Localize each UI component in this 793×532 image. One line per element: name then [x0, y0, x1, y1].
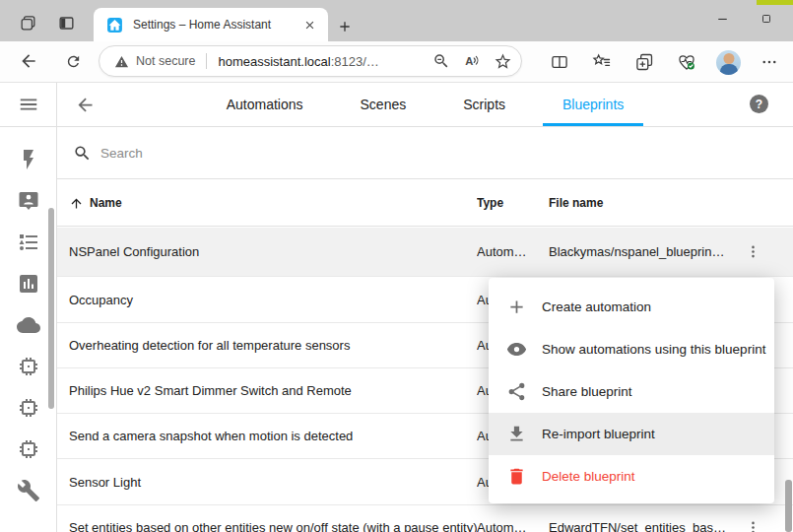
help-button[interactable]: ? [750, 95, 768, 113]
favorites-icon[interactable] [588, 48, 616, 76]
menu-item-delete-blueprint[interactable]: Delete blueprint [489, 455, 774, 498]
browser-window: Settings – Home Assistant Not secure hom… [0, 0, 793, 532]
menu-item-re-import-blueprint[interactable]: Re-import blueprint [489, 413, 774, 455]
row-overflow-menu-icon[interactable] [745, 519, 761, 532]
tab-scripts[interactable]: Scripts [443, 83, 525, 126]
blueprint-context-menu: Create automationShow automations using … [489, 278, 774, 503]
menu-item-label: Create automation [542, 299, 651, 314]
row-file-name: EdwardTFN/set_entities_bas… [549, 520, 736, 532]
home-assistant-favicon [106, 17, 123, 33]
search-placeholder: Search [100, 146, 143, 161]
minimize-icon[interactable] [710, 8, 734, 30]
menu-item-create-automation[interactable]: Create automation [489, 286, 774, 328]
menu-item-show-automations-using-this-blueprint[interactable]: Show automations using this blueprint [489, 328, 774, 370]
back-icon[interactable] [18, 50, 39, 72]
more-options-icon[interactable] [756, 48, 783, 76]
favorite-star-icon[interactable] [492, 50, 513, 72]
row-name: NSPanel Configuration [69, 244, 477, 259]
row-type: Autom… [477, 520, 549, 532]
tab-actions-icon[interactable] [54, 13, 78, 33]
collections-icon[interactable] [630, 48, 658, 76]
read-aloud-icon[interactable]: A [461, 50, 483, 72]
address-bar[interactable]: Not secure homeassistant.local :8123/… A [99, 45, 522, 77]
row-name: Sensor Light [69, 475, 477, 490]
browser-tab[interactable]: Settings – Home Assistant [94, 8, 328, 41]
menu-item-share-blueprint[interactable]: Share blueprint [489, 370, 774, 413]
column-name[interactable]: Name [90, 196, 122, 210]
sidebar-scrollbar-thumb[interactable] [48, 208, 54, 409]
maximize-icon[interactable] [755, 8, 778, 30]
blueprint-row[interactable]: NSPanel ConfigurationAutom…Blackymas/nsp… [57, 228, 793, 277]
browser-essentials-icon[interactable] [673, 48, 700, 76]
search-icon [73, 144, 92, 163]
ha-header: AutomationsScenesScriptsBlueprints ? [0, 83, 793, 126]
address-port-path: :8123/… [331, 54, 379, 69]
menu-item-label: Re-import blueprint [542, 427, 655, 441]
download-icon [506, 424, 527, 444]
person-badge-icon[interactable] [17, 189, 40, 213]
device-chip-icon[interactable] [17, 396, 40, 420]
window-edge-accent [757, 0, 793, 5]
plus-icon [506, 297, 527, 317]
zoom-out-icon[interactable] [430, 50, 452, 72]
settings-wrench-icon[interactable] [17, 479, 40, 502]
row-name: Set entities based on other entities new… [69, 520, 477, 532]
page-scrollbar-thumb[interactable] [785, 480, 792, 532]
row-name: Occupancy [69, 293, 477, 307]
device-chip-icon[interactable] [17, 437, 40, 461]
close-tab-icon[interactable] [300, 16, 318, 33]
row-name: Philips Hue v2 Smart Dimmer Switch and R… [69, 383, 477, 398]
refresh-icon[interactable] [62, 50, 84, 72]
address-divider [206, 53, 207, 69]
history-chart-box-icon[interactable] [17, 272, 40, 296]
not-secure-warning-icon [113, 53, 129, 69]
tab-title: Settings – Home Assistant [133, 18, 300, 32]
column-file-name[interactable]: File name [549, 196, 736, 210]
search-input[interactable]: Search [57, 127, 793, 179]
address-host: homeassistant.local [218, 54, 330, 69]
row-name: Send a camera snapshot when motion is de… [69, 429, 477, 443]
menu-item-label: Delete blueprint [542, 469, 635, 484]
sidebar-menu-icon[interactable] [17, 93, 40, 116]
workspaces-icon[interactable] [16, 13, 39, 33]
row-type: Autom… [477, 244, 549, 259]
tab-blueprints[interactable]: Blueprints [543, 83, 643, 126]
todo-list-icon[interactable] [17, 231, 40, 254]
row-overflow-menu-icon[interactable] [745, 243, 761, 260]
sort-ascending-icon[interactable] [69, 196, 84, 211]
share-icon [506, 381, 527, 402]
toolbar-actions [531, 41, 793, 83]
row-file-name: Blackymas/nspanel_blueprin… [549, 244, 736, 259]
new-tab-icon[interactable] [335, 17, 355, 36]
column-type[interactable]: Type [477, 196, 549, 210]
tab-strip: Settings – Home Assistant [0, 0, 793, 41]
tab-scenes[interactable]: Scenes [341, 83, 427, 126]
security-label: Not secure [136, 54, 195, 68]
menu-item-label: Share blueprint [542, 384, 632, 399]
profile-avatar[interactable] [716, 50, 741, 75]
trash-icon [506, 466, 527, 487]
cloud-icon[interactable] [17, 313, 40, 337]
svg-text:A: A [465, 55, 473, 67]
row-name: Overheating detection for all temperatur… [69, 338, 477, 353]
blueprint-row[interactable]: Set entities based on other entities new… [57, 505, 793, 532]
tab-automations[interactable]: Automations [207, 83, 323, 126]
table-header: Name Type File name [57, 180, 793, 227]
split-screen-icon[interactable] [546, 48, 573, 76]
menu-item-label: Show automations using this blueprint [542, 342, 765, 357]
eye-icon [506, 339, 527, 360]
device-chip-icon[interactable] [17, 355, 40, 378]
ha-tab-row: AutomationsScenesScriptsBlueprints [57, 83, 793, 126]
energy-flash-icon[interactable] [17, 148, 40, 171]
